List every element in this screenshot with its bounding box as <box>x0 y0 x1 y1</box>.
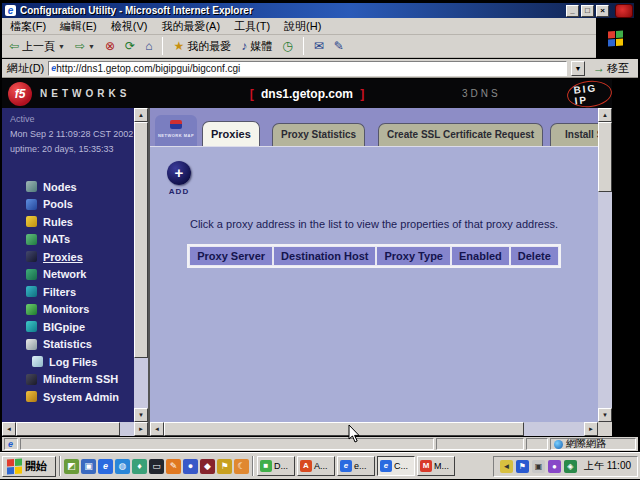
scroll-left-icon[interactable]: ◄ <box>150 422 164 436</box>
favorites-button[interactable]: ★ 我的最愛 <box>170 38 234 55</box>
quicklaunch-icon-10[interactable]: ⚑ <box>217 459 232 474</box>
volume-icon[interactable]: ◄ <box>500 460 513 473</box>
mail-button[interactable]: ✉ <box>311 38 327 54</box>
taskbar-window-1[interactable]: ■D... <box>257 456 295 476</box>
windows-start-icon <box>7 458 22 474</box>
status-datetime: Mon Sep 2 11:09:28 CST 2002 <box>10 127 133 142</box>
back-dropdown-icon[interactable]: ▼ <box>58 43 65 50</box>
sidebar-item-statistics[interactable]: Statistics <box>2 336 134 354</box>
sidebar-item-nats[interactable]: NATs <box>2 231 134 249</box>
windows-logo-icon <box>608 30 623 46</box>
scrollbar-thumb[interactable] <box>134 122 148 358</box>
scroll-right-icon[interactable]: ► <box>134 422 148 436</box>
quicklaunch-icon-1[interactable]: ◩ <box>64 459 79 474</box>
forward-dropdown-icon[interactable]: ▼ <box>88 43 95 50</box>
minimize-button[interactable]: _ <box>566 5 579 17</box>
quicklaunch-icon-5[interactable]: ♦ <box>132 459 147 474</box>
tab-proxy-statistics[interactable]: Proxy Statistics <box>272 123 365 146</box>
column-proxy-server[interactable]: Proxy Server <box>189 246 273 266</box>
main-vertical-scrollbar[interactable]: ▲ ▼ <box>598 108 612 422</box>
history-button[interactable]: ◷ <box>279 38 295 54</box>
menu-edit[interactable]: 編輯(E) <box>60 19 97 34</box>
tray-app-icon-2[interactable]: ◈ <box>564 460 577 473</box>
sidebar-item-bigpipe[interactable]: BIGpipe <box>2 318 134 336</box>
forward-button[interactable]: ⇨ ▼ <box>72 38 98 54</box>
sidebar-item-network[interactable]: Network <box>2 266 134 284</box>
sidebar-item-pools[interactable]: Pools <box>2 196 134 214</box>
close-button[interactable]: × <box>596 5 609 17</box>
maximize-button[interactable]: □ <box>581 5 594 17</box>
link-3dns[interactable]: 3DNS <box>462 88 501 99</box>
outlook-icon[interactable]: ◍ <box>115 459 130 474</box>
sidebar-item-nodes[interactable]: Nodes <box>2 178 134 196</box>
column-proxy-type[interactable]: Proxy Type <box>376 246 451 266</box>
add-proxy-button[interactable]: + <box>167 161 191 185</box>
menu-view[interactable]: 檢視(V) <box>111 19 148 34</box>
menu-favorites[interactable]: 我的最愛(A) <box>161 19 220 34</box>
history-icon: ◷ <box>282 39 292 53</box>
taskbar-window-4-active[interactable]: eC... <box>377 456 415 476</box>
sidebar-item-log-files[interactable]: Log Files <box>2 353 134 371</box>
url-dropdown-button[interactable]: ▼ <box>571 61 585 76</box>
go-button[interactable]: → 移至 <box>589 61 633 76</box>
media-icon: ♪ <box>241 39 247 53</box>
column-delete[interactable]: Delete <box>510 246 559 266</box>
scroll-up-icon[interactable]: ▲ <box>134 108 148 122</box>
taskbar-window-2[interactable]: AA... <box>297 456 335 476</box>
quicklaunch-icon-7[interactable]: ✎ <box>166 459 181 474</box>
display-icon[interactable]: ▣ <box>532 460 545 473</box>
menu-help[interactable]: 說明(H) <box>284 19 321 34</box>
tray-app-icon-1[interactable]: ● <box>548 460 561 473</box>
main-horizontal-scrollbar[interactable]: ◄ ► <box>150 422 598 436</box>
show-desktop-icon[interactable]: ▣ <box>81 459 96 474</box>
scroll-down-icon[interactable]: ▼ <box>598 408 612 422</box>
sidebar-item-monitors[interactable]: Monitors <box>2 301 134 319</box>
title-bar[interactable]: e Configuration Utility - Microsoft Inte… <box>2 3 634 18</box>
quicklaunch-icon-6[interactable]: ▭ <box>149 459 164 474</box>
edit-button[interactable]: ✎ <box>331 38 347 54</box>
home-button[interactable]: ⌂ <box>142 38 155 54</box>
sidebar-item-filters[interactable]: Filters <box>2 283 134 301</box>
quicklaunch-icon-8[interactable]: ● <box>183 459 198 474</box>
url-input[interactable] <box>56 62 564 74</box>
network-map-button[interactable]: NETWORK MAP <box>155 115 197 146</box>
sidebar-vertical-scrollbar[interactable]: ▲ ▼ <box>134 108 148 422</box>
scrollbar-thumb[interactable] <box>16 422 120 436</box>
link-bigip[interactable]: BIG IP <box>566 78 613 109</box>
start-button[interactable]: 開始 <box>2 456 56 477</box>
taskbar-window-3[interactable]: ee... <box>337 456 375 476</box>
ie-quicklaunch-icon[interactable]: e <box>98 459 113 474</box>
sidebar-horizontal-scrollbar[interactable]: ◄ ► <box>2 422 148 436</box>
quicklaunch-icon-11[interactable]: ☾ <box>234 459 249 474</box>
taskbar-clock[interactable]: 上午 11:00 <box>584 459 631 473</box>
sidebar-item-proxies[interactable]: Proxies <box>2 248 134 266</box>
scrollbar-thumb[interactable] <box>164 422 524 436</box>
taskbar-separator <box>252 456 254 476</box>
tab-install-ssl-certificate[interactable]: Install SSL Certificate <box>550 123 598 146</box>
scrollbar-thumb[interactable] <box>598 122 612 192</box>
tray-flag-icon[interactable]: ⚑ <box>516 460 529 473</box>
tab-create-ssl-certificate-request[interactable]: Create SSL Certificate Request <box>378 123 543 146</box>
taskbar-window-5[interactable]: MM... <box>417 456 455 476</box>
stop-button[interactable]: ⊗ <box>102 38 118 54</box>
back-button[interactable]: ⇦ 上一頁 ▼ <box>6 38 68 55</box>
scroll-right-icon[interactable]: ► <box>584 422 598 436</box>
menu-tools[interactable]: 工具(T) <box>234 19 270 34</box>
media-button[interactable]: ♪ 媒體 <box>238 38 275 55</box>
scroll-down-icon[interactable]: ▼ <box>134 408 148 422</box>
quicklaunch-icon-9[interactable]: ◆ <box>200 459 215 474</box>
refresh-button[interactable]: ⟳ <box>122 38 138 54</box>
sidebar: Active Mon Sep 2 11:09:28 CST 2002 uptim… <box>2 108 148 422</box>
column-enabled[interactable]: Enabled <box>451 246 510 266</box>
tab-proxies[interactable]: Proxies <box>202 121 260 146</box>
column-destination-host[interactable]: Destination Host <box>273 246 376 266</box>
sidebar-item-system-admin[interactable]: System Admin <box>2 388 134 406</box>
scroll-up-icon[interactable]: ▲ <box>598 108 612 122</box>
toolbar-separator <box>303 37 304 55</box>
scroll-left-icon[interactable]: ◄ <box>2 422 16 436</box>
sidebar-item-rules[interactable]: Rules <box>2 213 134 231</box>
forward-arrow-icon: ⇨ <box>75 39 85 53</box>
hostname: dns1.getop.com <box>257 87 357 101</box>
menu-file[interactable]: 檔案(F) <box>10 19 46 34</box>
sidebar-item-mindterm-ssh[interactable]: Mindterm SSH <box>2 371 134 389</box>
